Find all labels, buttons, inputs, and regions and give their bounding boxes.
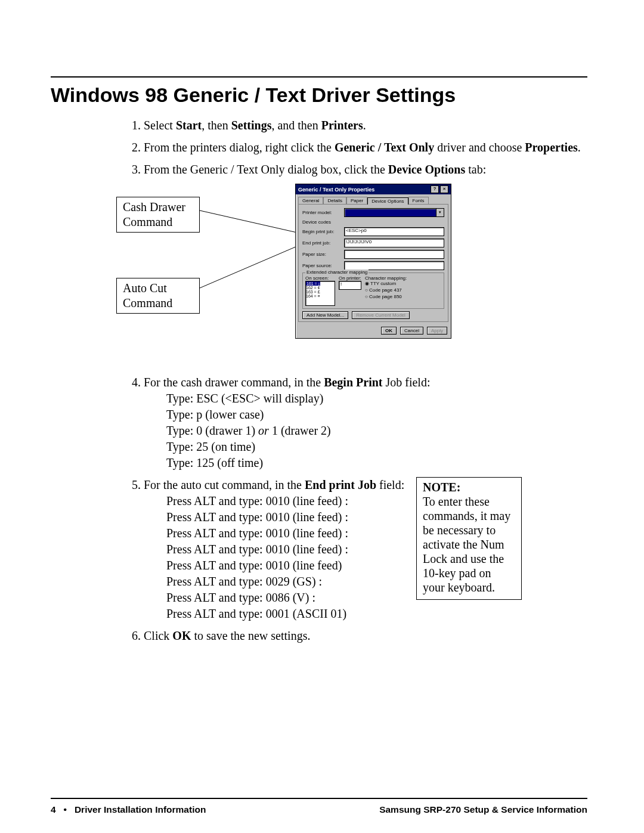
text: tab: xyxy=(465,163,486,176)
code-line: Press ALT and type: 0010 (line feed) : xyxy=(166,525,587,541)
bold: Properties xyxy=(525,141,578,154)
end-print-field[interactable]: !J!J!J!J!J!V0 xyxy=(344,239,444,247)
ext-char-legend: Extended character mapping xyxy=(305,270,369,275)
on-printer-field[interactable]: ! xyxy=(339,281,361,290)
code-line: Type: ESC (<ESC> will display) xyxy=(166,391,587,407)
dialog-titlebar[interactable]: Generic / Text Only Properties ? × xyxy=(296,184,451,194)
step-5: For the auto cut command, in the End pri… xyxy=(144,477,587,622)
code-line: Press ALT and type: 0010 (line feed) : xyxy=(166,509,587,525)
text: field: xyxy=(376,478,404,491)
step5-sub: Press ALT and type: 0010 (line feed) : P… xyxy=(166,493,587,622)
step-2: From the printers dialog, right click th… xyxy=(144,140,587,156)
label-printer-model: Printer model: xyxy=(302,210,344,215)
tab-device-options[interactable]: Device Options xyxy=(367,197,408,205)
step-6: Click OK to save the new settings. xyxy=(144,628,587,644)
radio-label: Code page 850 xyxy=(369,294,402,299)
step-3: From the Generic / Text Only dialog box,… xyxy=(144,162,587,178)
on-screen-listbox[interactable]: 161 = ¡ 162 = ¢ 163 = £ 164 = ¤ xyxy=(305,281,335,306)
text: From the Generic / Text Only dialog box,… xyxy=(144,163,388,176)
bold: Settings xyxy=(231,119,272,132)
code-line: Type: 25 (on time) xyxy=(166,439,587,455)
label-begin: Begin print job: xyxy=(302,229,344,234)
label-paper-size: Paper size: xyxy=(302,252,344,257)
text: , and then xyxy=(271,119,321,132)
ok-button[interactable]: OK xyxy=(381,327,397,335)
add-model-button[interactable]: Add New Model... xyxy=(302,311,348,319)
on-screen-col: On screen: 161 = ¡ 162 = ¢ 163 = £ 164 =… xyxy=(305,275,335,306)
label-on-printer: On printer: xyxy=(339,275,361,281)
leader-lines xyxy=(199,184,297,309)
label-on-screen: On screen: xyxy=(305,275,335,281)
step-4: For the cash drawer command, in the Begi… xyxy=(144,374,587,471)
footer-rule xyxy=(51,798,587,799)
chevron-down-icon[interactable]: ▾ xyxy=(436,208,444,217)
cancel-button[interactable]: Cancel xyxy=(400,327,423,335)
footer-section: Driver Installation Information xyxy=(75,804,206,815)
paper-size-field[interactable] xyxy=(344,250,444,259)
ext-char-group: Extended character mapping On screen: 16… xyxy=(302,272,444,309)
tab-details[interactable]: Details xyxy=(323,197,346,204)
text: From the printers dialog, right click th… xyxy=(144,141,335,154)
bullet-icon: • xyxy=(64,804,67,815)
on-printer-col: On printer: ! xyxy=(339,275,361,306)
code-line: Press ALT and type: 0029 (GS) : xyxy=(166,574,587,590)
text: . xyxy=(363,119,366,132)
callout-cash-drawer: Cash Drawer Command xyxy=(116,197,200,233)
callout-auto-cut: Auto Cut Command xyxy=(116,278,200,314)
radio-label: Code page 437 xyxy=(369,287,402,293)
begin-print-field[interactable]: <ESC>p0 xyxy=(344,227,444,236)
printer-model-field[interactable] xyxy=(344,208,436,217)
code-line: Press ALT and type: 0010 (line feed) xyxy=(166,558,587,574)
footer: 4 • Driver Installation Information Sams… xyxy=(51,804,587,815)
bold: Device Options xyxy=(388,163,465,176)
footer-left: 4 • Driver Installation Information xyxy=(51,804,206,815)
list-item[interactable]: 163 = £ xyxy=(306,290,335,294)
label-paper-source: Paper source: xyxy=(302,263,344,268)
text: For the auto cut command, in the xyxy=(144,478,305,491)
bold: Printers xyxy=(321,119,363,132)
note-box: NOTE: To enter these commands, it may be… xyxy=(416,477,522,600)
dialog-panel: Printer model: ▾ Device codes Begin prin… xyxy=(298,204,448,322)
text: 1 (drawer 2) xyxy=(269,424,331,437)
svg-line-1 xyxy=(200,246,297,288)
page-number: 4 xyxy=(51,804,56,815)
close-icon[interactable]: × xyxy=(440,185,448,193)
bold: OK xyxy=(172,629,191,642)
code-line: Press ALT and type: 0001 (ASCII 01) xyxy=(166,606,587,622)
label-end: End print job: xyxy=(302,240,344,246)
radio-label: TTY custom xyxy=(370,281,396,286)
properties-dialog: Generic / Text Only Properties ? × Gener… xyxy=(295,184,451,339)
radio-437[interactable]: ○ Code page 437 xyxy=(365,287,407,293)
top-rule xyxy=(51,76,587,78)
note-heading: NOTE: xyxy=(423,481,460,494)
svg-line-0 xyxy=(200,210,297,233)
remove-model-button[interactable]: Remove Current Model xyxy=(352,311,410,319)
steps-list-cont: For the cash drawer command, in the Begi… xyxy=(128,374,587,644)
dialog-tabs: General Details Paper Device Options Fon… xyxy=(296,194,451,204)
tab-general[interactable]: General xyxy=(298,197,323,204)
bold: End print Job xyxy=(305,478,376,491)
list-item[interactable]: 164 = ¤ xyxy=(306,294,335,298)
text: . xyxy=(578,141,581,154)
text: Job field: xyxy=(382,376,430,389)
apply-button[interactable]: Apply xyxy=(427,327,447,335)
bold: Begin Print xyxy=(324,376,382,389)
italic: or xyxy=(258,424,269,437)
radio-tty[interactable]: ◉ TTY custom xyxy=(365,281,407,286)
step4-sub: Type: ESC (<ESC> will display) Type: p (… xyxy=(166,391,587,471)
radio-850[interactable]: ○ Code page 850 xyxy=(365,294,407,299)
tab-fonts[interactable]: Fonts xyxy=(408,197,429,204)
tab-paper[interactable]: Paper xyxy=(346,197,367,204)
code-line: Type: p (lower case) xyxy=(166,407,587,423)
list-item[interactable]: 161 = ¡ xyxy=(306,281,320,286)
paper-source-field[interactable] xyxy=(344,261,444,270)
list-item[interactable]: 162 = ¢ xyxy=(306,286,335,290)
text: , then xyxy=(202,119,231,132)
page: Windows 98 Generic / Text Driver Setting… xyxy=(0,0,644,833)
text: For the cash drawer command, in the xyxy=(144,376,324,389)
footer-right: Samsung SRP-270 Setup & Service Informat… xyxy=(379,804,587,815)
help-icon[interactable]: ? xyxy=(431,185,439,193)
code-line: Press ALT and type: 0086 (V) : xyxy=(166,590,587,606)
code-line: Press ALT and type: 0010 (line feed) : xyxy=(166,541,587,558)
char-map-col: Character mapping: ◉ TTY custom ○ Code p… xyxy=(365,275,407,306)
